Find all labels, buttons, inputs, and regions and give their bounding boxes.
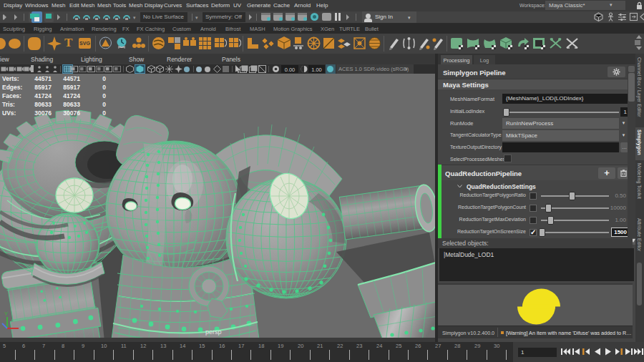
svg-text:Y: Y <box>4 310 9 317</box>
svg-text:persp: persp <box>205 328 222 336</box>
